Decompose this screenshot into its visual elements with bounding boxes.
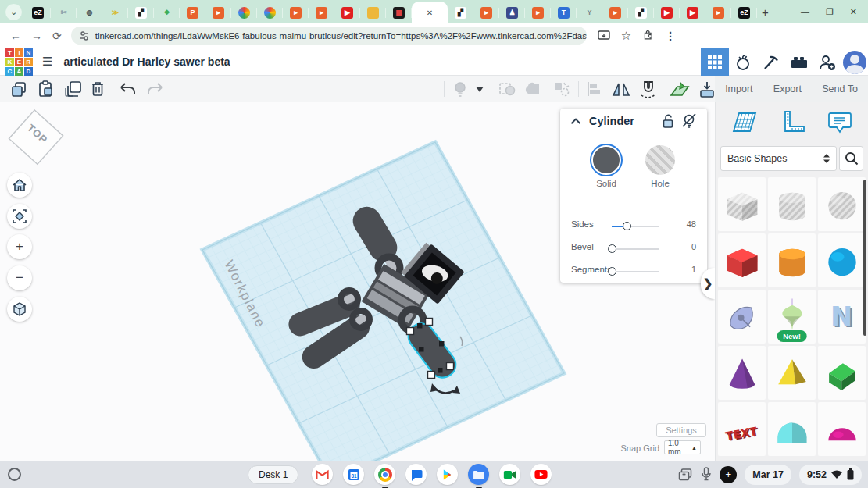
- shape-cone[interactable]: [718, 346, 766, 400]
- tune-icon[interactable]: [79, 30, 90, 41]
- zoom-in-button[interactable]: +: [7, 234, 32, 259]
- slider-knob[interactable]: [608, 244, 616, 253]
- calendar-icon[interactable]: 31: [343, 464, 364, 485]
- blocks-button[interactable]: [757, 53, 785, 72]
- sim-lab-button[interactable]: [729, 54, 757, 71]
- browser-menu-icon[interactable]: ⋮: [665, 30, 676, 42]
- browser-tab[interactable]: ♟: [499, 2, 525, 23]
- fit-view-button[interactable]: [7, 204, 32, 229]
- status-circle-icon[interactable]: +: [720, 466, 737, 483]
- lock-icon[interactable]: [661, 113, 676, 129]
- shape-paraboloid[interactable]: [818, 402, 866, 456]
- ungroup-all-icon[interactable]: [552, 80, 572, 98]
- align-icon[interactable]: [584, 80, 603, 98]
- browser-tab[interactable]: ▸: [705, 2, 731, 23]
- copy-icon[interactable]: [9, 80, 28, 98]
- browser-tab[interactable]: T: [551, 2, 577, 23]
- browser-tab[interactable]: ▸: [525, 2, 551, 23]
- tinkercad-logo[interactable]: TINKERCAD: [5, 48, 33, 76]
- browser-tab[interactable]: ▦: [386, 2, 412, 23]
- browser-tab[interactable]: [257, 2, 283, 23]
- invite-button[interactable]: [813, 53, 841, 72]
- play-store-icon[interactable]: [437, 464, 458, 485]
- reload-icon[interactable]: ⟳: [52, 30, 62, 42]
- browser-tab[interactable]: ▶: [680, 2, 705, 23]
- import-button[interactable]: Import: [725, 84, 752, 94]
- slider-track[interactable]: [612, 271, 659, 272]
- shape-sphere[interactable]: [818, 233, 866, 287]
- shape-round-roof[interactable]: [768, 402, 816, 456]
- hole-option[interactable]: [645, 145, 675, 175]
- minimize-button[interactable]: —: [801, 7, 809, 16]
- install-icon[interactable]: [598, 30, 610, 41]
- browser-tab[interactable]: ❖: [154, 2, 180, 23]
- browser-tab[interactable]: ▸: [309, 2, 334, 23]
- notes-helper-icon[interactable]: [827, 109, 853, 136]
- youtube-icon[interactable]: [530, 464, 552, 485]
- search-button[interactable]: [839, 146, 863, 171]
- delete-icon[interactable]: [89, 80, 106, 98]
- undo-icon[interactable]: [117, 80, 138, 98]
- ruler-helper-icon[interactable]: [779, 109, 805, 136]
- slider-knob[interactable]: [623, 222, 631, 230]
- workplane-helper-icon[interactable]: [730, 109, 759, 136]
- shape-cylinder[interactable]: [768, 233, 816, 287]
- browser-tab[interactable]: ▞: [128, 2, 154, 23]
- settings-button[interactable]: Settings: [656, 423, 706, 437]
- shape-top[interactable]: New!: [768, 290, 816, 344]
- menu-icon[interactable]: ☰: [42, 55, 52, 69]
- shape-box[interactable]: [718, 233, 766, 287]
- tab-close-icon[interactable]: ✕: [427, 9, 433, 17]
- paste-icon[interactable]: [36, 80, 55, 98]
- browser-tab[interactable]: eZ: [731, 2, 757, 23]
- new-tab-button[interactable]: +: [762, 5, 769, 19]
- perspective-toggle-button[interactable]: [7, 297, 32, 322]
- workplane-icon[interactable]: [669, 80, 691, 100]
- panel-scrollbar[interactable]: [863, 180, 866, 336]
- 3d-design-grid-button[interactable]: [701, 48, 729, 76]
- browser-tab[interactable]: eZ: [25, 2, 51, 23]
- zoom-out-button[interactable]: −: [7, 265, 32, 290]
- browser-tab[interactable]: ▶: [654, 2, 680, 23]
- back-icon[interactable]: ←: [10, 30, 21, 42]
- files-icon[interactable]: [468, 464, 489, 485]
- close-button[interactable]: ✕: [850, 7, 857, 17]
- shape-roof[interactable]: [818, 346, 866, 400]
- shape-sphere-hole[interactable]: [818, 177, 866, 231]
- mirror-icon[interactable]: [611, 80, 631, 98]
- hide-icon[interactable]: [680, 112, 698, 130]
- date-pill[interactable]: Mar 17: [745, 465, 791, 485]
- group-icon[interactable]: [497, 80, 517, 98]
- send-to-button[interactable]: Send To: [822, 84, 858, 94]
- browser-tab[interactable]: ▸: [602, 2, 628, 23]
- shape-pyramid[interactable]: [768, 346, 816, 400]
- bricks-button[interactable]: [785, 55, 813, 70]
- browser-tab[interactable]: ◍: [77, 2, 102, 23]
- shape-scribble[interactable]: [718, 290, 766, 344]
- tab-search-button[interactable]: ⌄: [5, 4, 22, 20]
- shape-text[interactable]: NN: [818, 290, 866, 344]
- status-tray[interactable]: 9:52: [799, 465, 862, 485]
- avatar[interactable]: [843, 51, 866, 74]
- address-bar[interactable]: tinkercad.com/things/iLdaWwMskE6-fabulou…: [71, 27, 587, 45]
- gmail-icon[interactable]: [312, 464, 333, 485]
- shape-box-hole[interactable]: [718, 177, 766, 231]
- shape-category-select[interactable]: Basic Shapes: [720, 146, 837, 171]
- chevron-down-icon[interactable]: [475, 85, 484, 93]
- browser-tab[interactable]: P: [180, 2, 205, 23]
- forward-icon[interactable]: →: [31, 30, 42, 42]
- bookmark-star-icon[interactable]: ☆: [621, 29, 631, 43]
- browser-tab[interactable]: [360, 2, 386, 23]
- browser-tab[interactable]: Y: [577, 2, 602, 23]
- shape-text-3d[interactable]: TEXTTEXT: [718, 402, 766, 456]
- home-view-button[interactable]: [7, 173, 32, 198]
- redo-icon[interactable]: [145, 80, 166, 98]
- export-button[interactable]: Export: [773, 84, 802, 94]
- browser-tab[interactable]: ▸: [283, 2, 309, 23]
- magnet-icon[interactable]: [638, 80, 659, 100]
- slider-track[interactable]: [612, 226, 659, 227]
- launcher-button[interactable]: [8, 468, 21, 481]
- extensions-icon[interactable]: [642, 30, 654, 41]
- browser-tab[interactable]: ≫: [102, 2, 128, 23]
- shape-cylinder-hole[interactable]: [768, 177, 816, 231]
